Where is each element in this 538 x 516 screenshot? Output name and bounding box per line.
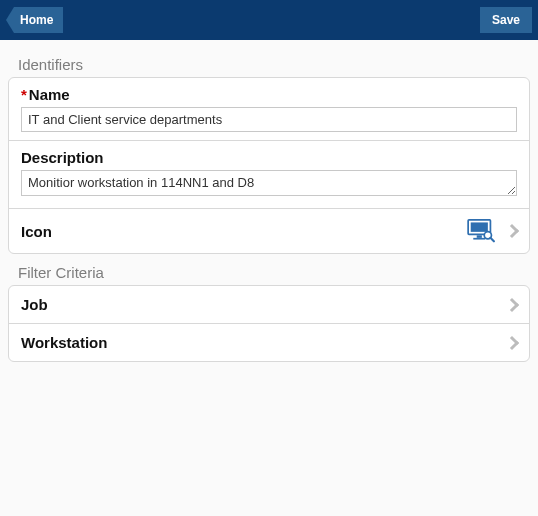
chevron-right-icon	[505, 335, 519, 349]
workstation-label: Workstation	[21, 334, 107, 351]
save-button-label: Save	[492, 13, 520, 27]
save-button[interactable]: Save	[480, 7, 532, 33]
chevron-right-icon	[505, 297, 519, 311]
svg-rect-1	[471, 222, 488, 231]
svg-rect-3	[473, 238, 485, 240]
workstation-cell[interactable]: Workstation	[9, 324, 529, 361]
filter-criteria-group: Job Workstation	[8, 285, 530, 362]
description-cell: Description	[9, 141, 529, 209]
required-marker: *	[21, 86, 27, 103]
home-button[interactable]: Home	[14, 7, 63, 33]
identifiers-group: *Name Description Icon	[8, 77, 530, 254]
icon-cell[interactable]: Icon	[9, 209, 529, 253]
name-cell: *Name	[9, 78, 529, 141]
job-label: Job	[21, 296, 48, 313]
content-area: Identifiers *Name Description Icon	[0, 40, 538, 368]
name-input[interactable]	[21, 107, 517, 132]
top-bar: Home Save	[0, 0, 538, 40]
name-label: *Name	[21, 86, 517, 103]
svg-line-5	[490, 238, 493, 241]
identifiers-section-title: Identifiers	[8, 46, 530, 77]
svg-rect-2	[477, 235, 482, 238]
chevron-right-icon	[505, 224, 519, 238]
filter-criteria-section-title: Filter Criteria	[8, 254, 530, 285]
icon-label: Icon	[21, 223, 52, 240]
icon-right-container	[467, 219, 517, 243]
job-cell[interactable]: Job	[9, 286, 529, 324]
home-button-label: Home	[20, 13, 53, 27]
name-label-text: Name	[29, 86, 70, 103]
monitor-search-icon	[467, 219, 495, 243]
description-input[interactable]	[21, 170, 517, 196]
description-label: Description	[21, 149, 517, 166]
